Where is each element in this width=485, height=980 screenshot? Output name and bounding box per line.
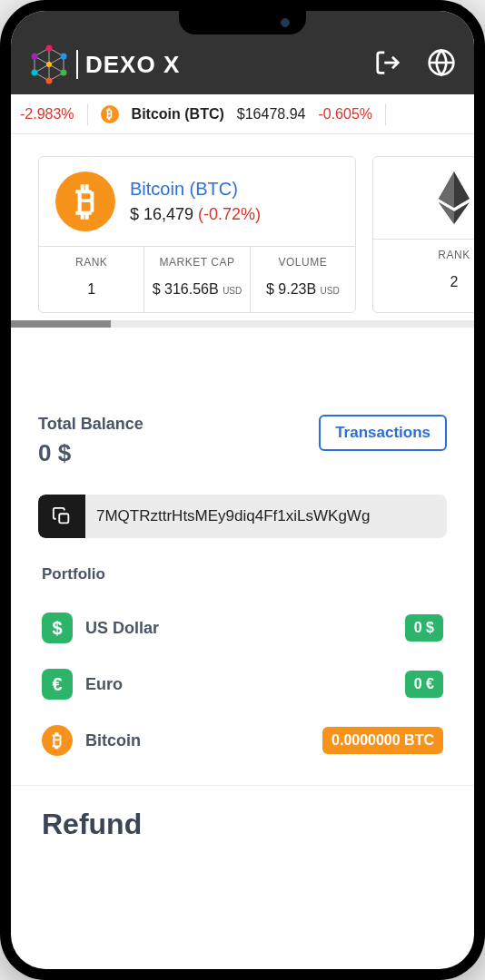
portfolio-item-amount: 0.0000000 BTC [322, 727, 443, 754]
coin-card-btc[interactable]: ₿ Bitcoin (BTC) $ 16,479 (-0.72%) RANK 1 [38, 156, 356, 313]
logo-icon [29, 44, 69, 84]
portfolio-label: Portfolio [42, 565, 447, 583]
scroll-thumb[interactable] [11, 320, 111, 328]
copy-icon [52, 506, 72, 526]
bitcoin-icon: ₿ [42, 725, 73, 756]
brand-text: DEXO X [85, 51, 180, 79]
coin-card-eth[interactable]: RANK 2 [372, 156, 474, 313]
copy-address-button[interactable] [38, 495, 85, 538]
svg-point-5 [61, 54, 67, 60]
stat-rank: RANK 1 [39, 247, 144, 312]
bitcoin-icon: ₿ [101, 105, 119, 123]
balance-label: Total Balance [38, 415, 144, 434]
transactions-button[interactable]: Transactions [319, 415, 447, 451]
ticker-coin-name: Bitcoin (BTC) [132, 106, 224, 122]
euro-icon: € [42, 669, 73, 700]
logout-icon[interactable] [374, 49, 401, 80]
ticker-price: $16478.94 [237, 106, 306, 122]
portfolio-item-usd[interactable]: $ US Dollar 0 $ [38, 600, 447, 656]
refund-heading: Refund [38, 808, 447, 841]
price-ticker: -2.983% ₿ Bitcoin (BTC) $16478.94 -0.605… [11, 94, 474, 134]
scroll-indicator[interactable] [11, 320, 474, 328]
portfolio-item-btc[interactable]: ₿ Bitcoin 0.0000000 BTC [38, 712, 447, 769]
portfolio-item-eur[interactable]: € Euro 0 € [38, 656, 447, 712]
svg-rect-18 [59, 514, 68, 523]
portfolio-item-amount: 0 $ [405, 614, 443, 642]
svg-point-8 [32, 70, 38, 76]
svg-point-9 [32, 54, 38, 60]
coin-cards-scroll[interactable]: ₿ Bitcoin (BTC) $ 16,479 (-0.72%) RANK 1 [11, 134, 474, 320]
ethereum-icon [431, 168, 474, 228]
ticker-change: -0.605% [318, 106, 372, 122]
stat-volume: VOLUME $ 9.23B USD [251, 247, 355, 312]
svg-point-6 [61, 70, 67, 76]
wallet-address-row: 7MQTRzttrHtsMEy9diq4Ff1xiLsWKgWg [38, 495, 447, 538]
dollar-icon: $ [42, 612, 73, 643]
svg-marker-15 [439, 172, 454, 208]
stat-rank: RANK 2 [373, 240, 474, 305]
brand-area[interactable]: DEXO X [29, 44, 180, 84]
stat-market-cap: MARKET CAP $ 316.56B USD [144, 247, 250, 312]
balance-block: Total Balance 0 $ [38, 415, 144, 467]
portfolio-item-name: US Dollar [85, 619, 159, 638]
ticker-prev-change: -2.983% [20, 106, 74, 122]
bitcoin-icon: ₿ [55, 172, 115, 231]
wallet-address: 7MQTRzttrHtsMEy9diq4Ff1xiLsWKgWg [85, 495, 447, 538]
balance-amount: 0 $ [38, 439, 144, 467]
svg-point-7 [46, 78, 53, 84]
coin-price: $ 16,479 (-0.72%) [130, 205, 261, 224]
coin-change: (-0.72%) [198, 205, 261, 223]
portfolio-item-name: Bitcoin [85, 731, 141, 750]
portfolio-item-name: Euro [85, 675, 123, 694]
svg-point-10 [46, 62, 52, 67]
portfolio-item-amount: 0 € [405, 671, 443, 698]
svg-point-4 [46, 45, 53, 52]
coin-name-link[interactable]: Bitcoin (BTC) [130, 179, 261, 200]
globe-icon[interactable] [427, 48, 456, 81]
